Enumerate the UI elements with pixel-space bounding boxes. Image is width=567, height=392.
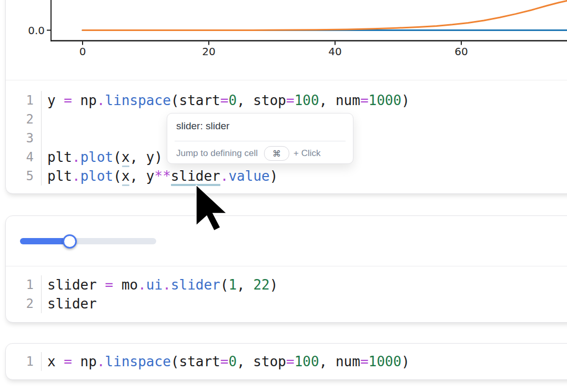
command-key-icon: ⌘	[264, 146, 289, 161]
tooltip-divider	[175, 141, 346, 141]
cell-slider: 1slider = mo.ui.slider(1, 22)2slider	[5, 215, 567, 323]
tooltip-title: slider: slider	[176, 120, 229, 132]
code-text[interactable]: slider = mo.ui.slider(1, 22)	[42, 275, 278, 294]
line-number: 1	[6, 352, 42, 371]
code-line[interactable]: 1slider = mo.ui.slider(1, 22)	[6, 275, 567, 294]
code-text[interactable]: slider	[42, 294, 97, 313]
tooltip-footer: Jump to defining cell ⌘ + Click	[176, 145, 348, 162]
mouse-cursor-icon	[196, 184, 228, 233]
code-line[interactable]: 2slider	[6, 294, 567, 313]
cell-x: 1x = np.linspace(start=0, stop=100, num=…	[5, 343, 567, 380]
tooltip-click-label: + Click	[293, 148, 320, 159]
code-text[interactable]: x = np.linspace(start=0, stop=100, num=1…	[42, 352, 410, 371]
code-text[interactable]: plt.plot(x, y**slider.value)	[42, 167, 278, 185]
line-number: 2	[6, 294, 42, 313]
code-text[interactable]: y = np.linspace(start=0, stop=100, num=1…	[42, 91, 410, 110]
line-number: 4	[6, 148, 42, 167]
slider-thumb[interactable]	[63, 234, 77, 249]
code-editor-slider[interactable]: 1slider = mo.ui.slider(1, 22)2slider	[6, 275, 567, 313]
variable-tooltip: slider: slider Jump to defining cell ⌘ +…	[167, 113, 353, 164]
variable-reference[interactable]: x	[122, 168, 130, 184]
cell-plot: 1y = np.linspace(start=0, stop=100, num=…	[5, 0, 567, 194]
variable-reference[interactable]: x	[122, 149, 130, 165]
code-line[interactable]: 5plt.plot(x, y**slider.value)	[6, 167, 567, 185]
line-number: 1	[6, 275, 42, 294]
slider-widget[interactable]	[20, 234, 170, 249]
slider-fill	[20, 238, 66, 244]
variable-reference[interactable]: slider	[171, 168, 220, 184]
output-code-divider	[6, 266, 567, 266]
code-editor-x[interactable]: 1x = np.linspace(start=0, stop=100, num=…	[6, 352, 567, 371]
code-line[interactable]: 1x = np.linspace(start=0, stop=100, num=…	[6, 352, 567, 371]
line-number: 3	[6, 129, 42, 148]
output-code-divider	[6, 80, 567, 80]
code-text[interactable]: plt.plot(x, y)	[42, 148, 163, 167]
line-number: 5	[6, 167, 42, 185]
code-line[interactable]: 1y = np.linspace(start=0, stop=100, num=…	[6, 91, 567, 110]
tooltip-action-label: Jump to defining cell	[176, 148, 258, 159]
line-number: 2	[6, 110, 42, 129]
line-number: 1	[6, 91, 42, 110]
